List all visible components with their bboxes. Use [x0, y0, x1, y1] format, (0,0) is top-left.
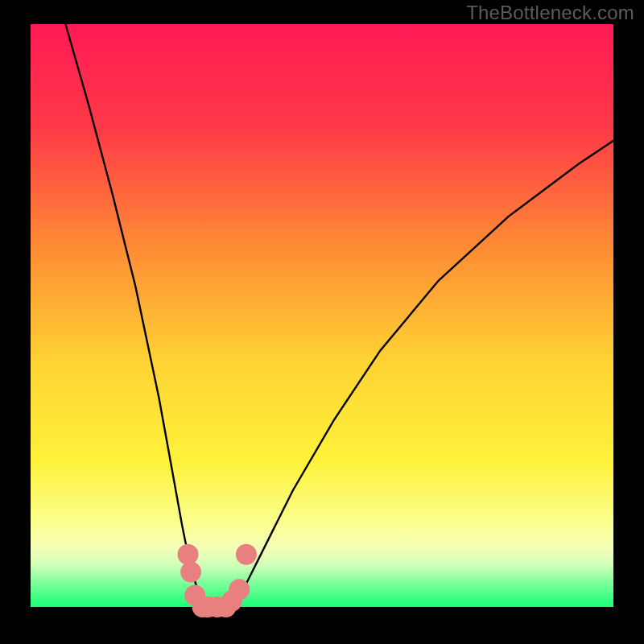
chart-container: TheBottleneck.com [0, 0, 644, 644]
watermark-text: TheBottleneck.com [466, 2, 634, 24]
highlight-point [178, 544, 199, 565]
highlight-point [229, 579, 250, 600]
highlight-point [180, 562, 201, 583]
chart-svg [0, 0, 644, 644]
plot-area [31, 24, 613, 607]
highlight-point [236, 544, 257, 565]
